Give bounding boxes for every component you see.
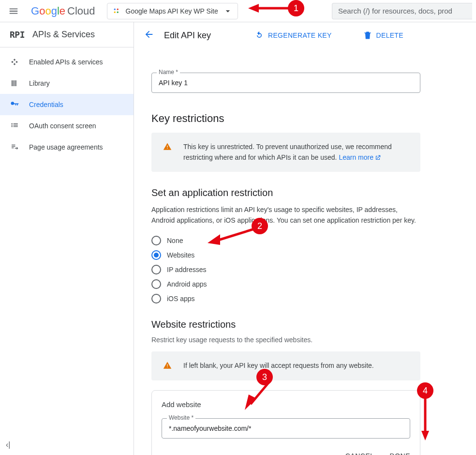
delete-label: DELETE [376, 31, 403, 39]
radio-none[interactable]: None [151, 236, 420, 245]
radio-android[interactable]: Android apps [151, 279, 420, 289]
warning-icon [163, 361, 172, 372]
sidebar-item-enabled-apis[interactable]: Enabled APIs & services [0, 51, 134, 73]
sidebar-item-label: Page usage agreements [29, 143, 103, 151]
refresh-icon [254, 30, 264, 40]
regenerate-label: REGENERATE KEY [268, 31, 332, 39]
search-placeholder: Search (/) for resources, docs, prod [338, 7, 452, 15]
warning-text: If left blank, your API key will accept … [183, 362, 374, 369]
sidebar-item-label: OAuth consent screen [29, 122, 96, 130]
learn-more-link[interactable]: Learn more [339, 153, 381, 161]
trash-icon [363, 30, 372, 40]
main-content: Edit API key REGENERATE KEY DELETE Name … [134, 22, 476, 455]
collapse-sidebar-icon[interactable]: ‹| [6, 440, 10, 449]
diamond-icon [10, 58, 19, 66]
sidebar-header[interactable]: RPI APIs & Services [0, 22, 134, 47]
radio-ip[interactable]: IP addresses [151, 265, 420, 274]
top-bar: Google Cloud Google Maps API Key WP Site… [0, 0, 476, 22]
name-field[interactable]: Name * [151, 73, 420, 93]
add-website-section: Add website Website * CANCEL DONE [151, 390, 420, 455]
sidebar-item-label: Enabled APIs & services [29, 58, 103, 66]
cancel-button[interactable]: CANCEL [345, 452, 374, 455]
menu-icon[interactable] [4, 1, 23, 21]
external-link-icon [374, 154, 381, 161]
svg-point-0 [114, 8, 115, 10]
api-icon: RPI [10, 30, 25, 40]
website-input[interactable] [162, 419, 410, 438]
delete-button[interactable]: DELETE [363, 30, 403, 40]
project-name: Google Maps API Key WP Site [126, 7, 218, 15]
sidebar: RPI APIs & Services Enabled APIs & servi… [0, 22, 134, 455]
name-label: Name * [157, 69, 180, 76]
website-restrictions-heading: Website restrictions [151, 319, 420, 330]
dropdown-icon [223, 6, 233, 16]
google-cloud-logo[interactable]: Google Cloud [27, 5, 99, 17]
sidebar-item-credentials[interactable]: Credentials [0, 94, 134, 115]
website-field[interactable]: Website * [162, 418, 410, 439]
sidebar-title: APIs & Services [32, 30, 95, 40]
svg-point-2 [114, 11, 115, 13]
search-input[interactable]: Search (/) for resources, docs, prod [332, 3, 472, 19]
name-input[interactable] [152, 73, 420, 92]
key-icon [10, 100, 19, 109]
library-icon [10, 79, 19, 88]
regenerate-key-button[interactable]: REGENERATE KEY [254, 30, 332, 40]
sidebar-item-label: Credentials [29, 101, 63, 108]
agreements-icon [10, 143, 19, 152]
app-restriction-desc: Application restrictions limit an API ke… [151, 204, 420, 226]
app-restriction-heading: Set an application restriction [151, 187, 420, 198]
sidebar-item-page-usage[interactable]: Page usage agreements [0, 136, 134, 158]
radio-websites[interactable]: Websites [151, 250, 420, 260]
project-picker[interactable]: Google Maps API Key WP Site [107, 3, 238, 19]
add-website-title: Add website [162, 400, 410, 409]
radio-ios[interactable]: iOS apps [151, 294, 420, 303]
warning-icon [163, 142, 172, 153]
page-title: Edit API key [164, 30, 211, 41]
sidebar-item-oauth[interactable]: OAuth consent screen [0, 115, 134, 136]
svg-point-1 [117, 8, 118, 10]
website-label: Website * [167, 414, 195, 421]
svg-point-3 [117, 11, 118, 13]
website-restrictions-desc: Restrict key usage requests to the speci… [151, 336, 420, 344]
back-arrow-icon[interactable] [144, 29, 154, 42]
key-restrictions-heading: Key restrictions [151, 112, 420, 125]
sidebar-item-library[interactable]: Library [0, 73, 134, 94]
cloud-label: Cloud [67, 5, 95, 17]
app-restriction-radios: None Websites IP addresses Android apps … [151, 236, 420, 303]
key-restrictions-warning: This key is unrestricted. To prevent una… [151, 133, 420, 172]
done-button[interactable]: DONE [390, 452, 410, 455]
consent-icon [10, 121, 19, 130]
sidebar-item-label: Library [29, 79, 50, 87]
website-blank-warning: If left blank, your API key will accept … [151, 351, 420, 380]
